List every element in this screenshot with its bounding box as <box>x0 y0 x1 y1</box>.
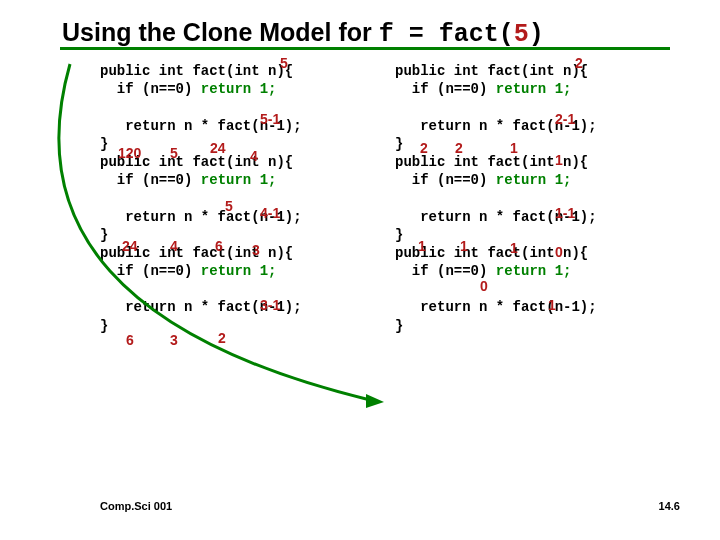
ann-l24b: 24 <box>122 238 138 254</box>
title-prefix: Using the Clone Model for <box>62 18 379 46</box>
ann-r21: 2-1 <box>555 111 575 127</box>
ann-l5: 5 <box>280 55 288 71</box>
ann-r0b: 0 <box>480 278 488 294</box>
title-close: ) <box>529 20 544 49</box>
ann-r1: 1 <box>510 140 518 156</box>
ann-l5c: 5 <box>225 198 233 214</box>
footer-left: Comp.Sci 001 <box>100 500 172 512</box>
ann-l6: 6 <box>215 238 223 254</box>
title-code: f = fact( <box>379 20 514 49</box>
title-arg: 5 <box>514 20 529 49</box>
ann-l51: 5-1 <box>260 111 280 127</box>
ann-r1e: 1 <box>510 240 518 256</box>
ann-r11: 1-1 <box>555 205 575 221</box>
ann-l41: 4-1 <box>260 205 280 221</box>
slide-title: Using the Clone Model for f = fact(5) <box>62 18 544 49</box>
ann-r0: 0 <box>555 244 563 260</box>
ann-l5b: 5 <box>170 145 178 161</box>
footer-right: 14.6 <box>659 500 680 512</box>
ann-l6b: 6 <box>126 332 134 348</box>
right-column: public int fact(int n){ if (n==0) return… <box>395 62 655 335</box>
ann-r1f: 1 <box>548 297 556 313</box>
title-underline <box>60 47 670 50</box>
ann-l3: 3 <box>252 242 260 258</box>
ann-l24: 24 <box>210 140 226 156</box>
ann-r2c: 2 <box>455 140 463 156</box>
ann-l4b: 4 <box>170 238 178 254</box>
ann-l31: 3-1 <box>260 297 280 313</box>
ann-l2: 2 <box>218 330 226 346</box>
ann-r2b: 2 <box>420 140 428 156</box>
ann-l4: 4 <box>250 148 258 164</box>
ann-r1c: 1 <box>418 238 426 254</box>
ann-r1d: 1 <box>460 238 468 254</box>
ann-l3b: 3 <box>170 332 178 348</box>
code-block-2: public int fact(int n){ if (n==0) return… <box>395 62 655 335</box>
svg-marker-0 <box>366 394 384 408</box>
ann-l120: 120 <box>118 145 141 161</box>
ann-r1b: 1 <box>555 152 563 168</box>
ann-r2: 2 <box>575 55 583 71</box>
